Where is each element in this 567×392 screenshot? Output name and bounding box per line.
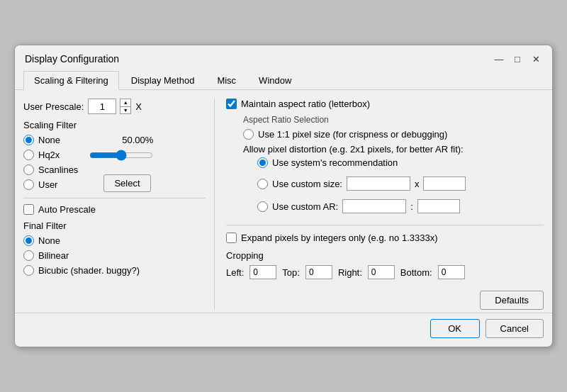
- filter-scanlines-item: Scanlines: [23, 164, 78, 175]
- filter-scanlines-radio[interactable]: [23, 164, 34, 175]
- filter-hq2x-label: Hq2x: [38, 150, 60, 160]
- maximize-button[interactable]: □: [511, 52, 524, 65]
- custom-ar-input-1[interactable]: [342, 199, 406, 213]
- use-1-1-radio[interactable]: [243, 129, 254, 140]
- crop-bottom-label: Bottom:: [400, 267, 432, 278]
- custom-size-input-1[interactable]: [347, 177, 410, 191]
- expand-pixels-row: Expand pixels by integers only (e.g. no …: [226, 233, 544, 243]
- select-button[interactable]: Select: [103, 174, 150, 192]
- final-bicubic-label: Bicubic (shader. buggy?): [38, 265, 140, 276]
- scaling-filter-area: None Hq2x Scanlines User: [23, 135, 206, 192]
- final-none-item: None: [23, 235, 206, 246]
- custom-ar-input-2[interactable]: [417, 199, 460, 213]
- filter-scanlines-label: Scanlines: [38, 164, 78, 175]
- spin-arrows: ▲ ▼: [120, 99, 131, 114]
- slider-area: 50.00% Select: [89, 135, 153, 192]
- scaling-filter-label: Scaling Filter: [23, 120, 206, 130]
- tab-display-method[interactable]: Display Method: [120, 71, 206, 89]
- custom-ar-sep-label: :: [410, 201, 413, 212]
- crop-bottom-input[interactable]: [438, 265, 465, 279]
- footer-buttons: OK Cancel: [15, 313, 552, 347]
- crop-right-label: Right:: [338, 267, 362, 278]
- final-bilinear-radio[interactable]: [23, 250, 34, 261]
- final-bicubic-item: Bicubic (shader. buggy?): [23, 265, 206, 276]
- right-panel: Maintain aspect ratio (letterbox) Aspect…: [215, 99, 544, 310]
- use-custom-size-radio[interactable]: [257, 179, 268, 189]
- crop-right-input[interactable]: [368, 265, 395, 279]
- filter-none-radio[interactable]: [23, 135, 34, 145]
- left-panel: User Prescale: ▲ ▼ X Scaling Filter None: [23, 99, 215, 310]
- use-custom-ar-label: Use custom AR:: [272, 201, 338, 212]
- use-custom-ar-item: Use custom AR: :: [257, 199, 544, 213]
- defaults-container: Defaults: [226, 291, 544, 310]
- expand-pixels-checkbox[interactable]: [226, 233, 237, 243]
- final-bilinear-label: Bilinear: [38, 250, 69, 261]
- user-prescale-label: User Prescale:: [23, 101, 84, 112]
- use-1-1-label: Use 1:1 pixel size (for crispness or deb…: [258, 129, 447, 140]
- aspect-ratio-section-label: Aspect Ratio Selection: [243, 115, 544, 125]
- crop-left-label: Left:: [226, 267, 244, 278]
- ok-button[interactable]: OK: [430, 319, 480, 338]
- use-custom-size-label: Use custom size:: [272, 179, 342, 189]
- tab-misc[interactable]: Misc: [206, 71, 247, 89]
- scaling-slider[interactable]: [89, 148, 153, 162]
- custom-size-x-label: x: [415, 179, 420, 189]
- final-none-label: None: [38, 235, 60, 246]
- filter-user-item: User: [23, 179, 78, 190]
- tab-window[interactable]: Window: [248, 71, 302, 89]
- window-controls: — □ ✕: [493, 52, 542, 65]
- crop-top-input[interactable]: [305, 265, 332, 279]
- use-custom-size-item: Use custom size: x: [257, 177, 544, 191]
- filter-user-label: User: [38, 179, 57, 190]
- tab-scaling-filtering[interactable]: Scaling & Filtering: [23, 71, 119, 90]
- final-filter-group: None Bilinear Bicubic (shader. buggy?): [23, 235, 206, 276]
- filter-user-radio[interactable]: [23, 179, 34, 190]
- use-system-label: Use system's recommendation: [272, 157, 398, 168]
- final-none-radio[interactable]: [23, 235, 34, 246]
- final-filter-label: Final Filter: [23, 220, 206, 231]
- title-bar: Display Configuration — □ ✕: [15, 45, 552, 65]
- select-btn-container: Select: [89, 170, 153, 192]
- main-content: User Prescale: ▲ ▼ X Scaling Filter None: [15, 90, 552, 310]
- cancel-button[interactable]: Cancel: [485, 319, 544, 338]
- user-prescale-suffix: X: [135, 101, 142, 112]
- maintain-aspect-row: Maintain aspect ratio (letterbox): [226, 99, 544, 109]
- final-bicubic-radio[interactable]: [23, 265, 34, 276]
- maintain-aspect-checkbox[interactable]: [226, 99, 237, 109]
- spin-up-button[interactable]: ▲: [120, 99, 130, 107]
- crop-top-label: Top:: [282, 267, 300, 278]
- minimize-button[interactable]: —: [493, 52, 505, 65]
- cropping-row: Left: Top: Right: Bottom:: [226, 265, 544, 279]
- window-title: Display Configuration: [25, 53, 119, 65]
- tab-bar: Scaling & Filtering Display Method Misc …: [15, 65, 552, 90]
- scaling-filter-group: None Hq2x Scanlines User: [23, 135, 78, 192]
- filter-hq2x-item: Hq2x: [23, 150, 78, 160]
- filter-hq2x-radio[interactable]: [23, 150, 34, 160]
- cropping-label: Cropping: [226, 250, 544, 261]
- expand-pixels-label: Expand pixels by integers only (e.g. no …: [241, 233, 438, 243]
- defaults-button[interactable]: Defaults: [480, 291, 544, 310]
- custom-size-input-2[interactable]: [423, 177, 466, 191]
- use-system-radio[interactable]: [257, 157, 268, 168]
- maintain-aspect-label: Maintain aspect ratio (letterbox): [241, 99, 370, 109]
- user-prescale-row: User Prescale: ▲ ▼ X: [23, 99, 206, 114]
- crop-left-input[interactable]: [249, 265, 276, 279]
- spin-down-button[interactable]: ▼: [120, 107, 130, 114]
- user-prescale-input[interactable]: [88, 99, 116, 114]
- slider-value-label: 50.00%: [89, 135, 153, 145]
- use-1-1-item: Use 1:1 pixel size (for crispness or deb…: [243, 129, 544, 140]
- use-custom-ar-radio[interactable]: [257, 201, 268, 212]
- use-system-item: Use system's recommendation: [257, 157, 544, 168]
- auto-prescale-row: Auto Prescale: [23, 204, 206, 215]
- distortion-group: Use system's recommendation Use custom s…: [243, 157, 544, 218]
- filter-none-item: None: [23, 135, 78, 145]
- allow-pixel-label: Allow pixel distortion (e.g. 2x1 pixels,…: [243, 144, 544, 155]
- main-window: Display Configuration — □ ✕ Scaling & Fi…: [14, 45, 553, 347]
- final-bilinear-item: Bilinear: [23, 250, 206, 261]
- auto-prescale-checkbox[interactable]: [23, 204, 34, 215]
- close-button[interactable]: ✕: [529, 52, 542, 65]
- cropping-section: Cropping Left: Top: Right: Bottom:: [226, 250, 544, 279]
- filter-none-label: None: [38, 135, 60, 145]
- auto-prescale-label: Auto Prescale: [38, 204, 96, 215]
- aspect-ratio-section: Aspect Ratio Selection Use 1:1 pixel siz…: [243, 115, 544, 218]
